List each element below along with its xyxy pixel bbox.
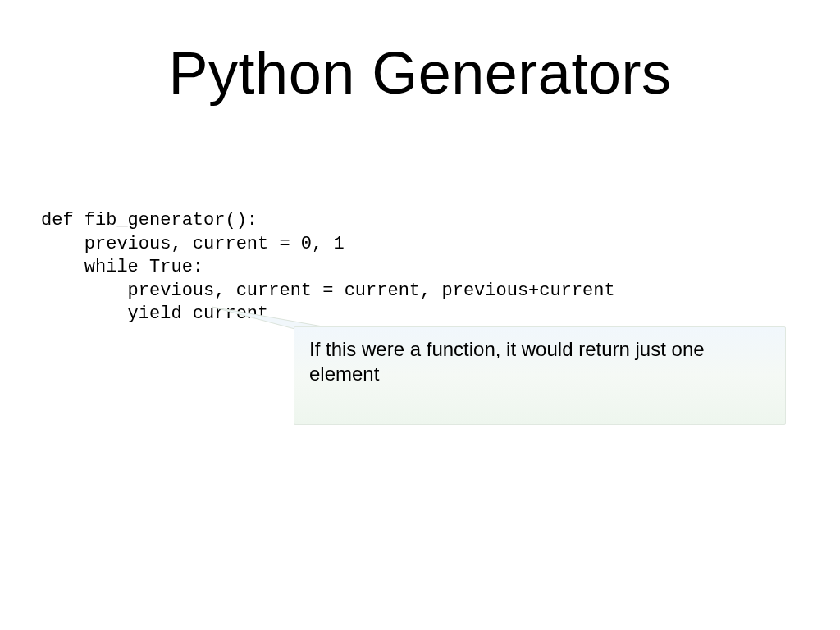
code-block: def fib_generator(): previous, current =… <box>41 209 615 326</box>
slide-title: Python Generators <box>0 39 840 107</box>
code-line-4: previous, current = current, previous+cu… <box>41 281 615 301</box>
callout-box: If this were a function, it would return… <box>294 326 786 425</box>
code-line-1: def fib_generator(): <box>41 210 258 231</box>
code-line-5: yield current <box>41 304 268 324</box>
callout-text: If this were a function, it would return… <box>309 338 705 385</box>
code-line-2: previous, current = 0, 1 <box>41 234 345 254</box>
slide: Python Generators def fib_generator(): p… <box>0 0 840 630</box>
code-line-3: while True: <box>41 257 203 277</box>
